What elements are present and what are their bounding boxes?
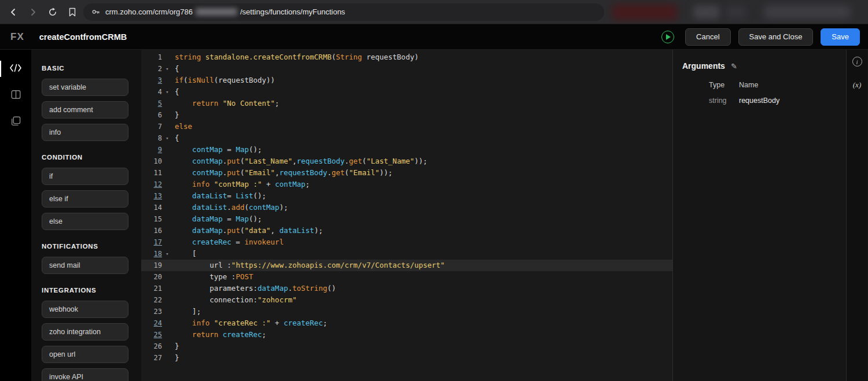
line-number[interactable]: 15 [141, 213, 162, 225]
line-number[interactable]: 22 [141, 294, 162, 306]
variables-icon[interactable]: (x) [853, 80, 861, 90]
line-number[interactable]: 1 [141, 51, 162, 63]
code-line[interactable]: 26} [141, 341, 672, 352]
info-icon[interactable]: i [852, 57, 862, 66]
line-number[interactable]: 23 [141, 306, 162, 317]
browser-nav-icons [0, 7, 78, 17]
sidebar-section-title: CONDITION [42, 154, 141, 161]
line-number[interactable]: 26 [141, 341, 162, 352]
sidebar-item-open-url[interactable]: open url [42, 346, 128, 363]
bookmark-icon[interactable] [67, 7, 78, 17]
code-line[interactable]: 7else [141, 121, 672, 132]
fold-arrow-icon[interactable]: ▾ [162, 132, 172, 144]
code-line[interactable]: 18▾ [ [141, 248, 672, 260]
line-number[interactable]: 7 [141, 121, 162, 132]
code-line[interactable]: 2▾{ [141, 63, 672, 75]
code-text: string standalone.createContfromCRMB(Str… [175, 51, 418, 63]
code-line[interactable]: 1string standalone.createContfromCRMB(St… [141, 51, 672, 63]
tab-code-editor[interactable] [0, 56, 31, 82]
line-number[interactable]: 16 [141, 225, 162, 236]
code-text: return createRec; [175, 329, 266, 341]
run-button[interactable] [661, 31, 674, 43]
line-number[interactable]: 21 [141, 283, 162, 294]
code-line[interactable]: 15 dataMap = Map(); [141, 213, 672, 225]
sidebar-item-info[interactable]: info [42, 124, 128, 141]
sidebar-item-webhook[interactable]: webhook [42, 301, 128, 318]
sidebar-item-else[interactable]: else [42, 213, 128, 230]
line-number[interactable]: 25 [141, 329, 162, 341]
argument-row: stringrequestBody [682, 97, 846, 105]
code-line[interactable]: 10 contMap.put("Last_Name",requestBody.g… [141, 156, 672, 167]
code-line[interactable]: 5 return "No Content"; [141, 98, 672, 109]
toolbar-actions: Cancel Save and Close Save [661, 28, 860, 46]
sidebar-item-zoho-integration[interactable]: zoho integration [42, 323, 128, 341]
cancel-button[interactable]: Cancel [685, 28, 730, 46]
sidebar-item-send-mail[interactable]: send mail [42, 257, 128, 274]
line-number[interactable]: 27 [141, 352, 162, 364]
code-line[interactable]: 22 connection:"zohocrm" [141, 294, 672, 306]
line-number[interactable]: 6 [141, 109, 162, 121]
reload-button[interactable] [47, 7, 58, 17]
line-number[interactable]: 24 [141, 317, 162, 329]
line-number[interactable]: 10 [141, 156, 162, 167]
sidebar-item-else-if[interactable]: else if [42, 190, 128, 208]
code-line[interactable]: 9 contMap = Map(); [141, 144, 672, 156]
url-path: /settings/functions/myFunctions [240, 8, 345, 16]
code-line[interactable]: 24 info "createRec :" + createRec; [141, 317, 672, 329]
code-line[interactable]: 13 dataList= List(); [141, 190, 672, 202]
code-line[interactable]: 3if(isNull(requestBody)) [141, 75, 672, 86]
code-area: 1string standalone.createContfromCRMB(St… [141, 51, 672, 364]
line-number[interactable]: 2 [141, 63, 162, 75]
code-text: dataMap.put("data", dataList); [175, 225, 323, 236]
fold-arrow-icon[interactable]: ▾ [162, 248, 172, 260]
line-number[interactable]: 20 [141, 271, 162, 283]
url-prefix: crm.zoho.com/crm/org786 [105, 8, 193, 16]
line-number[interactable]: 14 [141, 202, 162, 213]
line-number[interactable]: 12 [141, 179, 162, 190]
code-line[interactable]: 19 url :"https://www.zohoapis.com/crm/v7… [141, 260, 672, 271]
sidebar-item-set-variable[interactable]: set variable [42, 79, 128, 96]
code-line[interactable]: 27} [141, 352, 672, 364]
back-button[interactable] [8, 7, 19, 17]
site-key-icon[interactable] [91, 8, 100, 16]
sidebar-item-if[interactable]: if [42, 168, 128, 185]
forward-button[interactable] [28, 7, 38, 17]
line-number[interactable]: 17 [141, 236, 162, 248]
address-bar[interactable]: crm.zoho.com/crm/org786 /settings/functi… [83, 3, 604, 21]
sidebar-item-invoke-API[interactable]: invoke API [42, 368, 128, 381]
code-line[interactable]: 20 type :POST [141, 271, 672, 283]
code-line[interactable]: 6} [141, 109, 672, 121]
code-icon [9, 64, 22, 75]
code-text: dataList= List(); [175, 190, 266, 202]
code-line[interactable]: 8▾{ [141, 132, 672, 144]
line-number[interactable]: 5 [141, 98, 162, 109]
line-number[interactable]: 18 [141, 248, 162, 260]
save-button[interactable]: Save [821, 28, 860, 46]
code-line[interactable]: 17 createRec = invokeurl [141, 236, 672, 248]
fold-arrow-icon[interactable]: ▾ [162, 86, 172, 98]
line-number[interactable]: 9 [141, 144, 162, 156]
line-number[interactable]: 11 [141, 167, 162, 179]
code-editor[interactable]: 1string standalone.createContfromCRMB(St… [141, 50, 672, 381]
line-number[interactable]: 13 [141, 190, 162, 202]
code-line[interactable]: 23 ]; [141, 306, 672, 317]
sidebar-item-add-comment[interactable]: add comment [42, 101, 128, 119]
line-number[interactable]: 8 [141, 132, 162, 144]
code-line[interactable]: 25 return createRec; [141, 329, 672, 341]
fold-arrow-icon[interactable]: ▾ [162, 63, 172, 75]
tab-panel-view[interactable] [0, 82, 31, 109]
code-line[interactable]: 14 dataList.add(contMap); [141, 202, 672, 213]
code-line[interactable]: 16 dataMap.put("data", dataList); [141, 225, 672, 236]
line-number[interactable]: 19 [141, 260, 162, 271]
edit-arguments-icon[interactable]: ✎ [731, 62, 737, 71]
browser-toolbar: crm.zoho.com/crm/org786 /settings/functi… [0, 0, 868, 24]
save-and-close-button[interactable]: Save and Close [738, 28, 814, 46]
tab-snippets[interactable] [0, 109, 31, 135]
code-line[interactable]: 12 info "contMap :" + contMap; [141, 179, 672, 190]
line-number[interactable]: 3 [141, 75, 162, 86]
code-line[interactable]: 4▾{ [141, 86, 672, 98]
code-line[interactable]: 11 contMap.put("Email",requestBody.get("… [141, 167, 672, 179]
line-number[interactable]: 4 [141, 86, 162, 98]
code-line[interactable]: 21 parameters:dataMap.toString() [141, 283, 672, 294]
code-text: else [175, 121, 192, 132]
